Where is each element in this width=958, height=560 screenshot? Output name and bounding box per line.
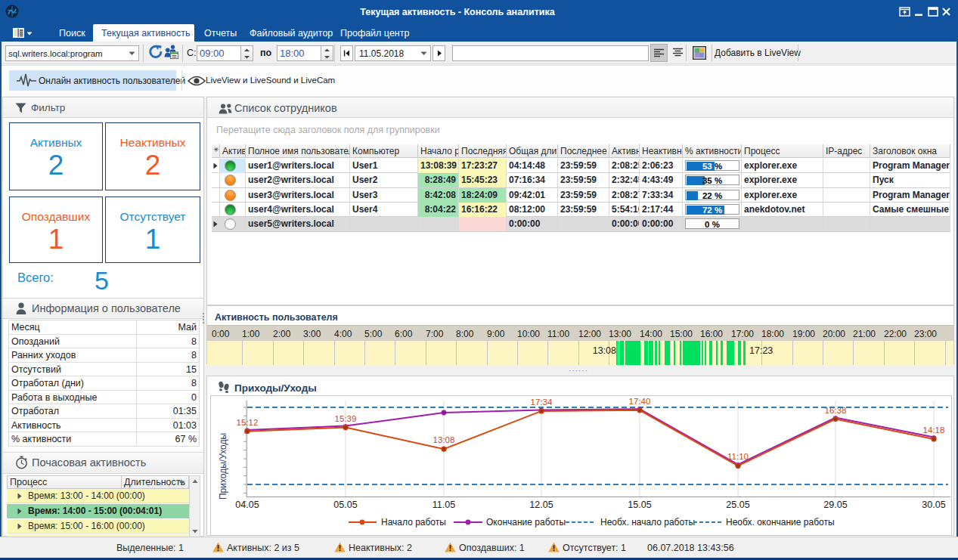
svg-text:Необх. окончание работы: Необх. окончание работы (726, 517, 835, 528)
svg-text:15:39: 15:39 (335, 414, 357, 423)
svg-text:29.05: 29.05 (823, 500, 847, 510)
svg-text:Необх. начало работы: Необх. начало работы (600, 517, 695, 528)
svg-text:15.05: 15.05 (628, 500, 651, 510)
svg-text:14:18: 14:18 (923, 425, 945, 435)
svg-text:17:34: 17:34 (531, 398, 553, 407)
svg-text:05.05: 05.05 (333, 500, 357, 510)
svg-text:17:40: 17:40 (629, 397, 651, 406)
svg-text:11:10: 11:10 (727, 452, 749, 461)
svg-text:Приходы/Уходы: Приходы/Уходы (218, 433, 228, 500)
svg-text:11.05: 11.05 (432, 500, 455, 510)
svg-text:Начало работы: Начало работы (381, 517, 446, 528)
svg-text:13:08: 13:08 (433, 435, 455, 444)
svg-text:16:38: 16:38 (825, 406, 847, 415)
svg-text:25.05: 25.05 (726, 500, 749, 510)
svg-text:Окончание работы: Окончание работы (486, 517, 566, 528)
svg-text:30.05: 30.05 (922, 500, 945, 510)
svg-text:15:12: 15:12 (237, 418, 259, 427)
svg-text:04.05: 04.05 (235, 500, 259, 510)
svg-text:12.05: 12.05 (529, 500, 553, 510)
